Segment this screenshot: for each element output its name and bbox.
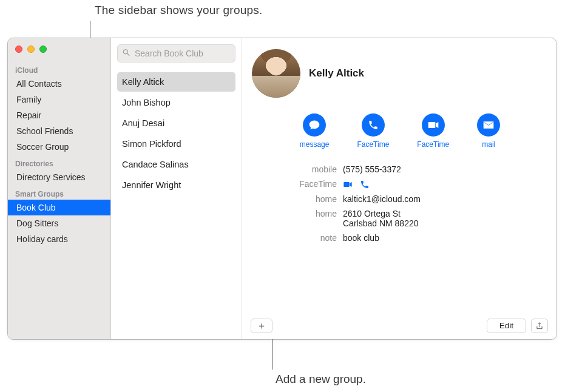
avatar[interactable] xyxy=(252,49,300,98)
field-label: FaceTime xyxy=(252,179,343,189)
callout-line xyxy=(272,339,272,370)
list-item[interactable]: John Bishop xyxy=(117,93,235,112)
minimize-window-button[interactable] xyxy=(27,46,35,53)
sidebar-item-school-friends[interactable]: School Friends xyxy=(8,123,110,139)
sidebar-item-dog-sitters[interactable]: Dog Sitters xyxy=(8,215,110,231)
sidebar-section-directories: Directories xyxy=(8,155,110,169)
field-value[interactable]: book club xyxy=(343,233,548,243)
search-input[interactable] xyxy=(117,44,235,63)
quick-actions-row: message FaceTime FaceTime mail xyxy=(252,113,548,149)
list-item[interactable]: Jennifer Wright xyxy=(117,175,235,195)
list-item[interactable]: Kelly Altick xyxy=(117,72,235,92)
list-item[interactable]: Candace Salinas xyxy=(117,155,235,174)
field-label: mobile xyxy=(252,164,343,174)
contact-name: Kelly Altick xyxy=(309,67,364,79)
field-label: note xyxy=(252,233,343,243)
facetime-video-icon[interactable] xyxy=(343,179,357,189)
sidebar-item-family[interactable]: Family xyxy=(8,92,110,107)
sidebar-item-all-contacts[interactable]: All Contacts xyxy=(8,76,110,92)
contact-fields: mobile (575) 555-3372 FaceTime home kalt… xyxy=(252,162,548,245)
video-icon xyxy=(422,113,445,137)
mail-icon xyxy=(477,113,500,137)
callout-add-group: Add a new group. xyxy=(276,373,366,386)
phone-icon xyxy=(362,113,385,137)
field-value xyxy=(343,179,548,189)
svg-point-0 xyxy=(123,50,127,54)
facetime-video-button[interactable]: FaceTime xyxy=(417,113,449,149)
field-note: note book club xyxy=(252,231,548,245)
list-item[interactable]: Simon Pickford xyxy=(117,134,235,154)
maximize-window-button[interactable] xyxy=(39,46,47,53)
address-line: Carlsbad NM 88220 xyxy=(343,218,548,228)
list-item[interactable]: Anuj Desai xyxy=(117,113,235,133)
contact-header: Kelly Altick xyxy=(252,49,548,98)
field-home-address: home 2610 Ortega St Carlsbad NM 88220 xyxy=(252,206,548,231)
share-button[interactable] xyxy=(531,319,548,333)
callout-sidebar-groups: The sidebar shows your groups. xyxy=(95,4,262,17)
edit-button[interactable]: Edit xyxy=(487,319,526,333)
window-controls xyxy=(15,46,47,53)
sidebar-section-icloud: iCloud xyxy=(8,61,110,76)
field-value[interactable]: 2610 Ortega St Carlsbad NM 88220 xyxy=(343,209,548,228)
field-value[interactable]: (575) 555-3372 xyxy=(343,164,548,174)
quick-action-label: mail xyxy=(482,140,495,149)
sidebar-item-holiday-cards[interactable]: Holiday cards xyxy=(8,231,110,247)
contact-list-pane: Kelly Altick John Bishop Anuj Desai Simo… xyxy=(111,38,242,339)
plus-icon: ＋ xyxy=(257,320,266,333)
sidebar-section-smart-groups: Smart Groups xyxy=(8,185,110,200)
search-icon xyxy=(122,49,130,59)
facetime-audio-icon[interactable] xyxy=(360,179,374,189)
address-line: 2610 Ortega St xyxy=(343,209,548,218)
close-window-button[interactable] xyxy=(15,46,22,53)
detail-toolbar: ＋ Edit xyxy=(251,319,548,333)
sidebar-item-repair[interactable]: Repair xyxy=(8,107,110,123)
message-button[interactable]: message xyxy=(300,113,330,149)
sidebar-item-book-club[interactable]: Book Club xyxy=(8,200,110,215)
contact-detail-pane: Kelly Altick message FaceTime FaceTime xyxy=(242,38,557,339)
search-field-wrapper xyxy=(117,44,235,63)
sidebar-item-directory-services[interactable]: Directory Services xyxy=(8,169,110,185)
svg-line-1 xyxy=(127,53,130,56)
field-label: home xyxy=(252,194,343,204)
message-icon xyxy=(303,113,326,137)
facetime-audio-button[interactable]: FaceTime xyxy=(357,113,389,149)
field-value[interactable]: kaltick1@icloud.com xyxy=(343,194,548,204)
quick-action-label: FaceTime xyxy=(417,140,449,149)
mail-button[interactable]: mail xyxy=(477,113,500,149)
sidebar-item-soccer-group[interactable]: Soccer Group xyxy=(8,139,110,155)
add-button[interactable]: ＋ xyxy=(251,319,272,333)
sidebar: iCloud All Contacts Family Repair School… xyxy=(8,38,111,339)
share-icon xyxy=(535,322,544,330)
quick-action-label: FaceTime xyxy=(357,140,389,149)
field-home-email: home kaltick1@icloud.com xyxy=(252,192,548,206)
quick-action-label: message xyxy=(300,140,330,149)
field-mobile: mobile (575) 555-3372 xyxy=(252,162,548,177)
contacts-window: iCloud All Contacts Family Repair School… xyxy=(7,38,557,340)
field-label: home xyxy=(252,209,343,228)
field-facetime: FaceTime xyxy=(252,177,548,192)
